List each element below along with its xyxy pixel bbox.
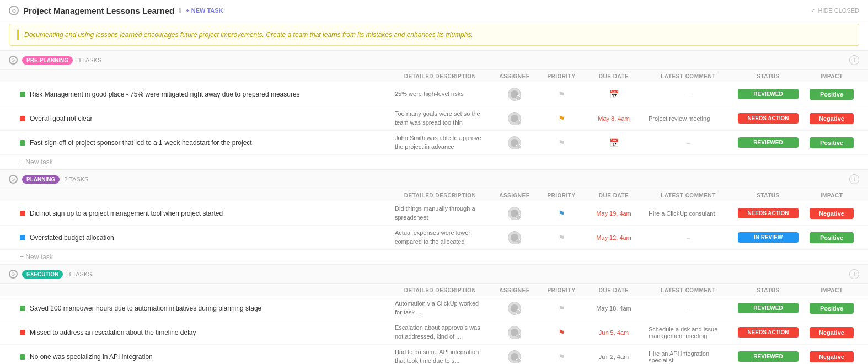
impact-badge: Positive <box>810 137 854 148</box>
comment-cell: Project review meeting <box>644 115 732 122</box>
col-comment-planning: LATEST COMMENT <box>644 192 732 199</box>
due-date-cell[interactable]: Jun 2, 4am <box>583 354 644 360</box>
section-add-button-execution[interactable]: + <box>849 269 859 279</box>
col-headers-planning: DETAILED DESCRIPTION ASSIGNEE PRIORITY D… <box>0 189 868 201</box>
task-row: Fast sign-off of project sponsor that le… <box>0 131 868 155</box>
impact-cell: Negative <box>804 351 859 362</box>
col-duedate-execution: DUE DATE <box>583 287 644 293</box>
status-badge[interactable]: NEEDS ACTION <box>738 327 799 338</box>
due-date-cell[interactable]: May 12, 4am <box>583 234 644 241</box>
flag-red-icon: ⚑ <box>558 328 565 337</box>
section-execution: ⊙ EXECUTION 3 TASKS + DETAILED DESCRIPTI… <box>0 264 868 364</box>
task-description: Automation via ClickUp worked for task .… <box>390 299 490 317</box>
comment-text: Schedule a risk and issue management mee… <box>649 326 717 339</box>
assignee-avatar[interactable] <box>508 207 521 220</box>
section-add-button-pre-planning[interactable]: + <box>849 55 859 65</box>
status-cell[interactable]: NEEDS ACTION <box>732 208 804 218</box>
impact-badge: Negative <box>810 113 854 124</box>
comment-dash: – <box>649 234 728 241</box>
priority-cell[interactable]: ⚑ <box>539 90 583 99</box>
impact-badge: Positive <box>810 303 854 314</box>
section-task-count-pre-planning: 3 TASKS <box>77 57 101 63</box>
status-cell[interactable]: IN REVIEW <box>732 232 804 243</box>
priority-cell[interactable]: ⚑ <box>539 328 583 337</box>
assignee-cell[interactable] <box>490 350 539 363</box>
status-badge[interactable]: REVIEWED <box>738 303 799 313</box>
task-description: Actual expenses were lower compared to t… <box>390 229 490 246</box>
due-date-cell[interactable]: 📅 <box>583 138 644 147</box>
new-task-row-pre-planning[interactable]: + New task <box>0 155 868 169</box>
impact-cell: Positive <box>804 89 859 100</box>
section-pre-planning: ⊙ PRE-PLANNING 3 TASKS + DETAILED DESCRI… <box>0 50 868 169</box>
flag-blue-icon: ⚑ <box>558 209 565 218</box>
new-task-row-planning[interactable]: + New task <box>0 250 868 264</box>
assignee-cell[interactable] <box>490 207 539 220</box>
status-badge[interactable]: IN REVIEW <box>738 232 799 243</box>
status-cell[interactable]: REVIEWED <box>732 89 804 99</box>
priority-cell[interactable]: ⚑ <box>539 233 583 242</box>
page-title: Project Management Lessons Learned <box>23 6 174 15</box>
status-cell[interactable]: REVIEWED <box>732 303 804 313</box>
section-task-count-execution: 3 TASKS <box>67 271 92 277</box>
due-date-cell[interactable]: May 19, 4am <box>583 210 644 217</box>
status-badge[interactable]: REVIEWED <box>738 89 799 99</box>
section-header-planning: ⊙ PLANNING 2 TASKS + <box>0 170 868 189</box>
task-name-cell: Did not sign up to a project management … <box>20 210 390 217</box>
due-date-cell[interactable]: May 8, 4am <box>583 115 644 122</box>
task-description: John Smith was able to approve the proje… <box>390 134 490 151</box>
due-date: May 18, 4am <box>596 305 631 312</box>
status-badge[interactable]: NEEDS ACTION <box>738 208 799 218</box>
hide-closed-button[interactable]: HIDE CLOSED <box>811 7 859 14</box>
sections-container: ⊙ PRE-PLANNING 3 TASKS + DETAILED DESCRI… <box>0 50 868 364</box>
priority-cell[interactable]: ⚑ <box>539 114 583 123</box>
comment-cell: – <box>644 91 732 98</box>
impact-cell: Positive <box>804 232 859 243</box>
task-name: Risk Management in good place - 75% were… <box>30 90 300 98</box>
assignee-avatar[interactable] <box>508 136 521 149</box>
due-date: May 12, 4am <box>596 234 631 241</box>
task-row: Risk Management in good place - 75% were… <box>0 82 868 106</box>
assignee-avatar[interactable] <box>508 231 521 244</box>
comment-text: Project review meeting <box>649 115 710 122</box>
due-date-cell[interactable]: May 18, 4am <box>583 305 644 312</box>
status-badge[interactable]: REVIEWED <box>738 137 799 148</box>
assignee-avatar[interactable] <box>508 302 521 315</box>
assignee-avatar[interactable] <box>508 350 521 363</box>
status-cell[interactable]: NEEDS ACTION <box>732 113 804 124</box>
due-date: Jun 5, 4am <box>599 329 629 336</box>
assignee-avatar[interactable] <box>508 88 521 101</box>
col-duedate-planning: DUE DATE <box>583 192 644 199</box>
priority-cell[interactable]: ⚑ <box>539 352 583 361</box>
due-date-cell[interactable]: 📅 <box>583 90 644 99</box>
collapse-icon[interactable]: ⊙ <box>9 6 19 15</box>
assignee-cell[interactable] <box>490 112 539 125</box>
banner-text: Documenting and using lessons learned en… <box>24 31 473 39</box>
due-date-cell[interactable]: Jun 5, 4am <box>583 329 644 336</box>
section-planning: ⊙ PLANNING 2 TASKS + DETAILED DESCRIPTIO… <box>0 169 868 264</box>
task-name: Saved 200 manpower hours due to automati… <box>30 304 261 312</box>
task-dot <box>20 211 25 216</box>
info-icon[interactable]: ℹ <box>179 7 181 15</box>
section-collapse-pre-planning[interactable]: ⊙ <box>9 56 18 65</box>
status-cell[interactable]: NEEDS ACTION <box>732 327 804 338</box>
priority-cell[interactable]: ⚑ <box>539 304 583 313</box>
status-badge[interactable]: NEEDS ACTION <box>738 113 799 124</box>
assignee-cell[interactable] <box>490 302 539 315</box>
assignee-avatar[interactable] <box>508 326 521 339</box>
assignee-cell[interactable] <box>490 136 539 149</box>
assignee-cell[interactable] <box>490 88 539 101</box>
assignee-cell[interactable] <box>490 231 539 244</box>
status-cell[interactable]: REVIEWED <box>732 351 804 362</box>
priority-cell[interactable]: ⚑ <box>539 138 583 147</box>
status-cell[interactable]: REVIEWED <box>732 137 804 148</box>
assignee-cell[interactable] <box>490 326 539 339</box>
status-badge[interactable]: REVIEWED <box>738 351 799 362</box>
new-task-button[interactable]: NEW TASK <box>186 7 223 14</box>
col-impact-execution: IMPACT <box>804 287 859 293</box>
priority-cell[interactable]: ⚑ <box>539 209 583 218</box>
section-collapse-execution[interactable]: ⊙ <box>9 270 18 279</box>
assignee-avatar[interactable] <box>508 112 521 125</box>
section-badge-pre-planning: PRE-PLANNING <box>22 56 73 65</box>
section-add-button-planning[interactable]: + <box>849 174 859 184</box>
section-collapse-planning[interactable]: ⊙ <box>9 175 18 184</box>
